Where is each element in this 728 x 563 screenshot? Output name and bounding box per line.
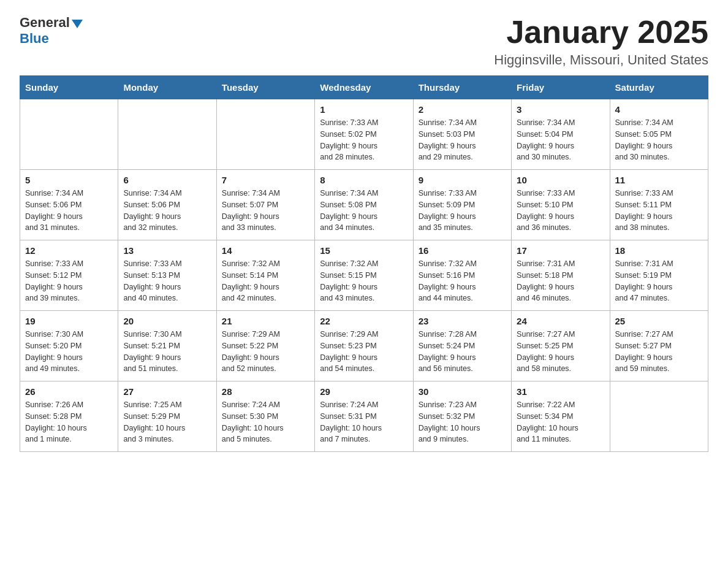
day-info: Sunrise: 7:29 AM Sunset: 5:23 PM Dayligh…: [320, 329, 408, 375]
month-title: January 2025: [494, 15, 708, 50]
day-info: Sunrise: 7:34 AM Sunset: 5:06 PM Dayligh…: [123, 188, 211, 234]
calendar-day-cell: 18Sunrise: 7:31 AM Sunset: 5:19 PM Dayli…: [610, 240, 708, 311]
calendar-day-cell: 21Sunrise: 7:29 AM Sunset: 5:22 PM Dayli…: [216, 311, 314, 381]
calendar-week-row: 1Sunrise: 7:33 AM Sunset: 5:02 PM Daylig…: [20, 99, 708, 170]
day-info: Sunrise: 7:27 AM Sunset: 5:27 PM Dayligh…: [615, 329, 703, 375]
calendar-header-row: SundayMondayTuesdayWednesdayThursdayFrid…: [20, 76, 708, 99]
day-number: 4: [615, 104, 703, 115]
day-number: 3: [517, 104, 604, 115]
day-number: 25: [615, 316, 703, 326]
day-info: Sunrise: 7:26 AM Sunset: 5:28 PM Dayligh…: [25, 399, 113, 445]
day-info: Sunrise: 7:25 AM Sunset: 5:29 PM Dayligh…: [123, 399, 211, 445]
day-info: Sunrise: 7:34 AM Sunset: 5:04 PM Dayligh…: [517, 117, 604, 163]
calendar-week-row: 5Sunrise: 7:34 AM Sunset: 5:06 PM Daylig…: [20, 170, 708, 240]
day-info: Sunrise: 7:33 AM Sunset: 5:12 PM Dayligh…: [25, 258, 113, 304]
day-info: Sunrise: 7:34 AM Sunset: 5:05 PM Dayligh…: [615, 117, 703, 163]
day-info: Sunrise: 7:34 AM Sunset: 5:08 PM Dayligh…: [320, 188, 408, 234]
day-number: 1: [320, 104, 408, 115]
calendar-day-cell: 16Sunrise: 7:32 AM Sunset: 5:16 PM Dayli…: [413, 240, 511, 311]
day-info: Sunrise: 7:27 AM Sunset: 5:25 PM Dayligh…: [517, 329, 604, 375]
day-info: Sunrise: 7:31 AM Sunset: 5:18 PM Dayligh…: [517, 258, 604, 304]
calendar-day-cell: [118, 99, 216, 170]
day-info: Sunrise: 7:22 AM Sunset: 5:34 PM Dayligh…: [517, 399, 604, 445]
calendar-day-cell: 19Sunrise: 7:30 AM Sunset: 5:20 PM Dayli…: [20, 311, 118, 381]
day-of-week-header: Tuesday: [216, 76, 314, 99]
calendar-week-row: 12Sunrise: 7:33 AM Sunset: 5:12 PM Dayli…: [20, 240, 708, 311]
logo: General Blue: [20, 15, 83, 47]
calendar-day-cell: 29Sunrise: 7:24 AM Sunset: 5:31 PM Dayli…: [315, 381, 413, 452]
calendar-day-cell: 27Sunrise: 7:25 AM Sunset: 5:29 PM Dayli…: [118, 381, 216, 452]
calendar-day-cell: 28Sunrise: 7:24 AM Sunset: 5:30 PM Dayli…: [216, 381, 314, 452]
day-info: Sunrise: 7:33 AM Sunset: 5:13 PM Dayligh…: [123, 258, 211, 304]
day-of-week-header: Saturday: [610, 76, 708, 99]
day-number: 9: [419, 175, 506, 185]
calendar-day-cell: 30Sunrise: 7:23 AM Sunset: 5:32 PM Dayli…: [413, 381, 511, 452]
day-info: Sunrise: 7:28 AM Sunset: 5:24 PM Dayligh…: [419, 329, 506, 375]
calendar-day-cell: 12Sunrise: 7:33 AM Sunset: 5:12 PM Dayli…: [20, 240, 118, 311]
calendar-day-cell: 1Sunrise: 7:33 AM Sunset: 5:02 PM Daylig…: [315, 99, 413, 170]
day-number: 28: [222, 386, 309, 397]
calendar-day-cell: 3Sunrise: 7:34 AM Sunset: 5:04 PM Daylig…: [512, 99, 610, 170]
day-info: Sunrise: 7:32 AM Sunset: 5:16 PM Dayligh…: [419, 258, 506, 304]
day-number: 14: [222, 245, 309, 256]
calendar-week-row: 19Sunrise: 7:30 AM Sunset: 5:20 PM Dayli…: [20, 311, 708, 381]
logo-blue-text: Blue: [20, 31, 49, 47]
day-number: 21: [222, 316, 309, 326]
day-number: 19: [25, 316, 113, 326]
day-info: Sunrise: 7:32 AM Sunset: 5:15 PM Dayligh…: [320, 258, 408, 304]
day-info: Sunrise: 7:24 AM Sunset: 5:31 PM Dayligh…: [320, 399, 408, 445]
calendar-day-cell: 14Sunrise: 7:32 AM Sunset: 5:14 PM Dayli…: [216, 240, 314, 311]
calendar-day-cell: 23Sunrise: 7:28 AM Sunset: 5:24 PM Dayli…: [413, 311, 511, 381]
calendar-day-cell: 7Sunrise: 7:34 AM Sunset: 5:07 PM Daylig…: [216, 170, 314, 240]
calendar-day-cell: [610, 381, 708, 452]
day-number: 5: [25, 175, 113, 185]
day-info: Sunrise: 7:34 AM Sunset: 5:07 PM Dayligh…: [222, 188, 309, 234]
calendar-table: SundayMondayTuesdayWednesdayThursdayFrid…: [20, 75, 708, 452]
calendar-day-cell: 6Sunrise: 7:34 AM Sunset: 5:06 PM Daylig…: [118, 170, 216, 240]
day-number: 11: [615, 175, 703, 185]
calendar-day-cell: 10Sunrise: 7:33 AM Sunset: 5:10 PM Dayli…: [512, 170, 610, 240]
day-number: 13: [123, 245, 211, 256]
day-info: Sunrise: 7:33 AM Sunset: 5:11 PM Dayligh…: [615, 188, 703, 234]
calendar-day-cell: 17Sunrise: 7:31 AM Sunset: 5:18 PM Dayli…: [512, 240, 610, 311]
day-info: Sunrise: 7:31 AM Sunset: 5:19 PM Dayligh…: [615, 258, 703, 304]
day-number: 6: [123, 175, 211, 185]
day-of-week-header: Sunday: [20, 76, 118, 99]
location-label: Higginsville, Missouri, United States: [494, 52, 708, 68]
day-number: 31: [517, 386, 604, 397]
day-number: 20: [123, 316, 211, 326]
day-number: 8: [320, 175, 408, 185]
day-number: 2: [419, 104, 506, 115]
day-number: 22: [320, 316, 408, 326]
calendar-day-cell: 8Sunrise: 7:34 AM Sunset: 5:08 PM Daylig…: [315, 170, 413, 240]
day-of-week-header: Friday: [512, 76, 610, 99]
day-number: 15: [320, 245, 408, 256]
logo-general-text: General: [20, 15, 70, 31]
logo-triangle-icon: [72, 20, 83, 28]
day-number: 23: [419, 316, 506, 326]
calendar-day-cell: 4Sunrise: 7:34 AM Sunset: 5:05 PM Daylig…: [610, 99, 708, 170]
calendar-day-cell: 9Sunrise: 7:33 AM Sunset: 5:09 PM Daylig…: [413, 170, 511, 240]
calendar-day-cell: 31Sunrise: 7:22 AM Sunset: 5:34 PM Dayli…: [512, 381, 610, 452]
calendar-day-cell: 13Sunrise: 7:33 AM Sunset: 5:13 PM Dayli…: [118, 240, 216, 311]
page-header: General Blue January 2025 Higginsville, …: [20, 15, 708, 68]
day-info: Sunrise: 7:30 AM Sunset: 5:21 PM Dayligh…: [123, 329, 211, 375]
day-number: 29: [320, 386, 408, 397]
day-number: 12: [25, 245, 113, 256]
calendar-day-cell: 5Sunrise: 7:34 AM Sunset: 5:06 PM Daylig…: [20, 170, 118, 240]
calendar-day-cell: 20Sunrise: 7:30 AM Sunset: 5:21 PM Dayli…: [118, 311, 216, 381]
day-info: Sunrise: 7:34 AM Sunset: 5:06 PM Dayligh…: [25, 188, 113, 234]
calendar-day-cell: 11Sunrise: 7:33 AM Sunset: 5:11 PM Dayli…: [610, 170, 708, 240]
day-number: 30: [419, 386, 506, 397]
day-info: Sunrise: 7:32 AM Sunset: 5:14 PM Dayligh…: [222, 258, 309, 304]
day-number: 16: [419, 245, 506, 256]
calendar-day-cell: [20, 99, 118, 170]
calendar-day-cell: 26Sunrise: 7:26 AM Sunset: 5:28 PM Dayli…: [20, 381, 118, 452]
calendar-day-cell: 25Sunrise: 7:27 AM Sunset: 5:27 PM Dayli…: [610, 311, 708, 381]
calendar-day-cell: [216, 99, 314, 170]
day-number: 10: [517, 175, 604, 185]
calendar-week-row: 26Sunrise: 7:26 AM Sunset: 5:28 PM Dayli…: [20, 381, 708, 452]
title-section: January 2025 Higginsville, Missouri, Uni…: [494, 15, 708, 68]
day-number: 27: [123, 386, 211, 397]
day-number: 24: [517, 316, 604, 326]
